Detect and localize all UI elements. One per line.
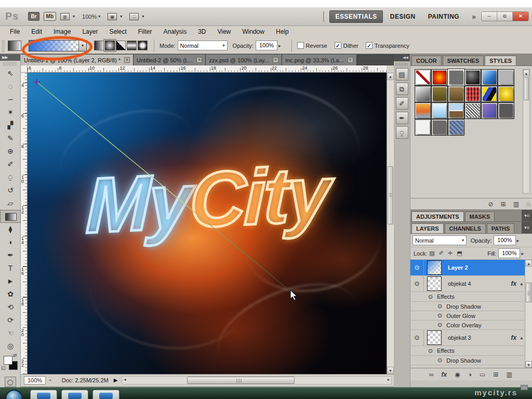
document-tab[interactable]: Untitled-1 @ 100% (Layer 2, RGB/8) *× <box>21 55 134 65</box>
link-layers-icon[interactable]: ∞ <box>429 371 434 378</box>
swap-colors-icon[interactable]: ⇄ <box>13 353 17 358</box>
menu-item[interactable]: View <box>211 27 236 36</box>
clear-style-icon[interactable]: ⊘ <box>488 201 494 208</box>
taskbar-button[interactable] <box>61 390 88 399</box>
move-tool[interactable]: ⇖ <box>0 67 21 80</box>
effect-row[interactable]: ⊙ Color Overlay <box>410 321 532 330</box>
lock-position-icon[interactable]: ✛ <box>448 250 453 257</box>
workspace-overflow-icon[interactable]: » <box>472 12 476 21</box>
options-grip[interactable] <box>2 39 5 52</box>
brush-tool[interactable]: ✐ <box>0 158 21 171</box>
style-sparkle[interactable] <box>464 102 481 119</box>
lock-paint-icon[interactable]: ✐ <box>439 250 444 257</box>
start-button[interactable] <box>5 390 23 399</box>
style-dark-gray[interactable] <box>498 102 514 119</box>
scroll-up-icon[interactable]: ▲ <box>523 70 529 76</box>
style-sunset[interactable] <box>415 102 431 119</box>
visibility-eye-icon[interactable]: ⊙ <box>437 322 442 328</box>
transparency-checkbox[interactable]: ✓Transparency <box>366 42 409 49</box>
dock-grip[interactable] <box>396 63 408 66</box>
close-icon[interactable]: × <box>196 57 202 63</box>
effect-row[interactable]: ⊙ Drop Shadow <box>410 356 532 365</box>
effect-row[interactable]: ⊙ Outer Glow <box>410 311 532 321</box>
show-desktop-button[interactable] <box>521 385 528 390</box>
panel-tab[interactable]: LAYERS <box>411 223 444 233</box>
workspace-button[interactable]: PAINTING <box>423 11 464 22</box>
toolbox-collapse-icon[interactable]: ▶▶ <box>0 54 20 61</box>
visibility-eye-icon[interactable]: ⊙ <box>437 312 442 319</box>
style-denim[interactable] <box>448 119 464 136</box>
layer-blend-mode-select[interactable]: Normal▾ <box>413 235 467 245</box>
foreground-color-swatch[interactable] <box>4 356 12 365</box>
scrollbar-thumb[interactable] <box>526 283 531 302</box>
menu-item[interactable]: Analysis <box>157 27 192 36</box>
crop-tool[interactable]: ▞ <box>0 119 21 132</box>
panel-tab[interactable]: PATHS <box>487 223 515 233</box>
panel-tab[interactable]: CHANNELS <box>445 223 486 233</box>
effects-header-row[interactable]: ⊙ Effects <box>410 346 532 356</box>
layer-opacity-input[interactable]: 100% <box>494 235 515 245</box>
custom-shape-tool[interactable]: ✿ <box>0 288 21 301</box>
panel-menu-icon[interactable]: ▾≡ <box>522 210 532 221</box>
reflected-gradient-button[interactable] <box>127 41 137 50</box>
menu-item[interactable]: 3D <box>192 27 211 36</box>
style-purple-gel[interactable] <box>481 102 498 119</box>
panel-tab[interactable]: COLOR <box>411 56 442 65</box>
canvas-horizontal-scrollbar[interactable]: ◂ ▸ <box>122 376 392 384</box>
opacity-spinner-icon[interactable]: ▸ <box>517 238 520 243</box>
dodge-tool[interactable]: ◖ <box>0 236 21 249</box>
scroll-up-icon[interactable]: ▲ <box>387 73 394 80</box>
clone-source-panel[interactable]: ⍜ <box>396 126 408 139</box>
panel-tab[interactable]: STYLES <box>485 56 516 65</box>
layer-comps-panel[interactable]: ⧉ <box>396 83 408 95</box>
trash-icon[interactable]: ▥ <box>513 201 519 208</box>
menu-item[interactable]: Select <box>103 27 132 36</box>
zoom-level-input[interactable]: 100% <box>24 376 46 384</box>
scrollbar-thumb[interactable] <box>524 77 529 100</box>
zoom-level-control[interactable]: 100%▾ <box>82 14 100 20</box>
scroll-down-icon[interactable]: ▼ <box>387 367 394 374</box>
close-icon[interactable]: × <box>348 57 353 63</box>
minimize-button[interactable]: ─ <box>482 12 497 21</box>
arrange-documents-button[interactable]: ▦▾ <box>108 13 122 20</box>
pen-tool[interactable]: ✒ <box>0 249 21 262</box>
style-white[interactable] <box>415 119 431 136</box>
style-gray[interactable] <box>448 69 464 86</box>
eraser-tool[interactable]: ▱ <box>0 197 21 210</box>
visibility-eye-icon[interactable]: ⊙ <box>437 303 442 310</box>
styles-scrollbar[interactable]: ▲ <box>523 69 530 194</box>
clone-stamp-tool[interactable]: ⍜ <box>0 171 21 184</box>
visibility-eye-icon[interactable]: ⊙ <box>410 260 424 275</box>
layer-thumbnail[interactable] <box>427 330 442 345</box>
collapse-effects-icon[interactable]: ▲ <box>520 336 524 340</box>
tool-presets-panel[interactable]: ✒ <box>396 112 408 124</box>
layer-row-objekat4[interactable]: ⊙ objekat 4 fx ▲ <box>410 276 532 292</box>
quick-mask-button[interactable]: ◯ <box>5 377 16 387</box>
menu-item[interactable]: Layer <box>76 27 103 36</box>
layer-thumbnail[interactable] <box>427 276 442 291</box>
layer-row-objekat3[interactable]: ⊙ objekat 3 fx ▲ <box>410 330 532 346</box>
layer-thumbnail[interactable] <box>427 260 442 275</box>
blend-mode-select[interactable]: Normal▾ <box>178 41 228 50</box>
delete-layer-icon[interactable]: ▥ <box>506 371 512 378</box>
opacity-input[interactable]: 100% <box>256 41 277 50</box>
history-brush-tool[interactable]: ↺ <box>0 184 21 197</box>
visibility-eye-icon[interactable]: ⊙ <box>410 276 424 291</box>
scroll-up-icon[interactable]: ▲ <box>525 260 532 267</box>
add-layer-mask-icon[interactable]: ◉ <box>455 371 460 378</box>
canvas-vertical-scrollbar[interactable]: ▲ ▼ <box>387 73 394 374</box>
default-colors-icon[interactable]: ◱ <box>1 365 6 370</box>
path-selection-tool[interactable]: ► <box>0 275 21 288</box>
mini-bridge-button[interactable]: Mb <box>44 12 56 21</box>
panel-tab[interactable]: MASKS <box>465 211 495 221</box>
visibility-eye-icon[interactable]: ⊙ <box>410 330 424 345</box>
eyedropper-tool[interactable]: ✎ <box>0 132 21 145</box>
lasso-tool[interactable]: ∽ <box>0 93 21 106</box>
marquee-tool[interactable]: ◌ <box>0 80 21 93</box>
resize-grip[interactable] <box>526 202 530 206</box>
add-layer-style-icon[interactable]: fx <box>442 371 447 378</box>
layer-fill-input[interactable]: 100% <box>498 248 520 258</box>
dock-collapse-icon[interactable]: ◀◀ <box>394 54 410 61</box>
new-layer-icon[interactable]: ⊞ <box>493 371 498 378</box>
style-mid-gray[interactable] <box>431 119 448 136</box>
